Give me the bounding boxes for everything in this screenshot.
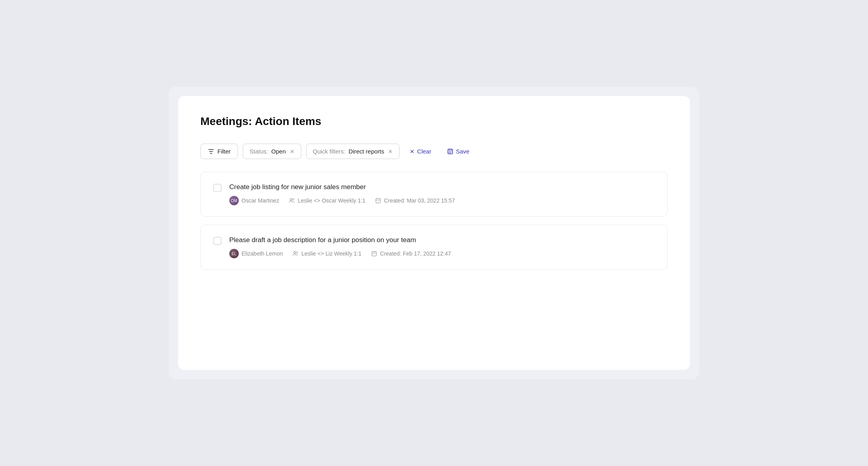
filter-button[interactable]: Filter xyxy=(200,144,238,159)
status-chip-label: Status: xyxy=(249,148,268,155)
status-chip-value: Open xyxy=(271,148,286,155)
item-2-meeting-name: Leslie <> Liz Weekly 1:1 xyxy=(301,250,362,257)
quick-filter-value: Direct reports xyxy=(348,148,384,155)
outer-container: Meetings: Action Items Filter Status: Op… xyxy=(169,87,699,379)
status-filter-chip[interactable]: Status: Open ✕ xyxy=(243,144,301,159)
item-2-meta: EL Elizabeth Lemon Leslie <> Liz Weekly … xyxy=(229,249,655,258)
item-1-created-date: Created: Mar 03, 2022 15:57 xyxy=(384,197,455,204)
calendar-icon-2 xyxy=(371,250,377,257)
quick-filter-label: Quick filters: xyxy=(313,148,346,155)
item-1-avatar: OM xyxy=(229,196,239,205)
status-chip-close[interactable]: ✕ xyxy=(290,148,295,155)
item-2-meeting: Leslie <> Liz Weekly 1:1 xyxy=(292,250,362,257)
svg-point-2 xyxy=(290,199,292,201)
item-1-meeting-name: Leslie <> Oscar Weekly 1:1 xyxy=(298,197,365,204)
people-icon-2 xyxy=(292,250,299,257)
quick-filter-chip[interactable]: Quick filters: Direct reports ✕ xyxy=(306,144,400,159)
item-2-content: Please draft a job description for a jun… xyxy=(229,236,655,258)
calendar-icon xyxy=(375,197,381,204)
quick-filter-chip-close[interactable]: ✕ xyxy=(388,148,393,155)
item-1-title: Create job listing for new junior sales … xyxy=(229,183,655,191)
svg-point-3 xyxy=(292,199,294,200)
filter-bar: Filter Status: Open ✕ Quick filters: Dir… xyxy=(200,144,668,159)
action-item-card-2: Please draft a job description for a jun… xyxy=(200,225,668,270)
people-icon xyxy=(289,197,295,204)
action-item-card: Create job listing for new junior sales … xyxy=(200,172,668,217)
save-icon xyxy=(447,148,453,155)
item-1-assignee-name: Oscar Martinez xyxy=(242,197,279,204)
item-2-avatar: EL xyxy=(229,249,239,258)
item-2-assignee: EL Elizabeth Lemon xyxy=(229,249,283,258)
save-label: Save xyxy=(456,148,469,155)
item-1-content: Create job listing for new junior sales … xyxy=(229,183,655,205)
filter-icon xyxy=(208,148,214,155)
item-2-title: Please draft a job description for a jun… xyxy=(229,236,655,244)
item-1-checkbox[interactable] xyxy=(213,184,221,192)
item-1-meta: OM Oscar Martinez Leslie <> Oscar Weekly… xyxy=(229,196,655,205)
item-2-checkbox[interactable] xyxy=(213,237,221,245)
item-2-assignee-name: Elizabeth Lemon xyxy=(242,250,283,257)
svg-rect-0 xyxy=(448,149,453,154)
svg-rect-4 xyxy=(376,199,381,203)
item-2-created: Created: Feb 17, 2022 12:47 xyxy=(371,250,451,257)
svg-rect-7 xyxy=(372,252,377,256)
clear-label: Clear xyxy=(417,148,431,155)
item-1-created: Created: Mar 03, 2022 15:57 xyxy=(375,197,455,204)
save-button[interactable]: Save xyxy=(442,144,475,159)
clear-x-icon: ✕ xyxy=(410,148,415,155)
item-1-assignee: OM Oscar Martinez xyxy=(229,196,279,205)
inner-card: Meetings: Action Items Filter Status: Op… xyxy=(178,96,690,370)
svg-point-6 xyxy=(296,252,298,253)
filter-btn-label: Filter xyxy=(217,148,230,155)
svg-point-5 xyxy=(294,252,296,254)
clear-button[interactable]: ✕ Clear xyxy=(404,144,437,159)
item-2-created-date: Created: Feb 17, 2022 12:47 xyxy=(380,250,451,257)
page-title: Meetings: Action Items xyxy=(200,115,668,128)
item-1-meeting: Leslie <> Oscar Weekly 1:1 xyxy=(289,197,365,204)
